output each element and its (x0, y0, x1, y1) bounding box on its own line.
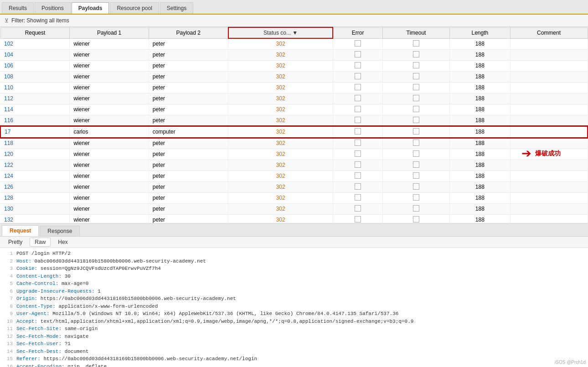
table-row[interactable]: 116wienerpeter302188 (0, 115, 588, 126)
tab-settings[interactable]: Settings (160, 2, 193, 14)
checkbox[interactable] (355, 161, 361, 168)
table-row[interactable]: 114wienerpeter302188 (0, 104, 588, 115)
bottom-tab-request[interactable]: Request (2, 225, 39, 236)
code-line: 2Host: 0abc006d03dd44318169b15800bb0006.… (4, 258, 584, 265)
table-row[interactable]: 118wienerpeter302188 (0, 138, 588, 149)
checkbox[interactable] (355, 73, 361, 79)
tab-payloads[interactable]: Payloads (72, 2, 109, 14)
bottom-tab-bar: Request Response (0, 224, 588, 237)
sub-tab-pretty[interactable]: Pretty (4, 238, 27, 246)
table-row[interactable]: 104wienerpeter302188 (0, 49, 588, 60)
tab-positions[interactable]: Positions (35, 2, 71, 14)
checkbox[interactable] (355, 216, 361, 222)
table-row[interactable]: 112wienerpeter302188 (0, 93, 588, 104)
checkbox[interactable] (413, 172, 419, 179)
table-row[interactable]: 17carloscomputer302188 (0, 126, 588, 138)
code-line: 4Content-Length: 30 (4, 273, 584, 280)
code-line: 3Cookie: session=QgNz9JCQVFsdUzcdTAP0Erw… (4, 265, 584, 273)
checkbox[interactable] (413, 161, 419, 168)
code-line: 15Referer: https://0abc006d03dd44318169b… (4, 355, 584, 363)
filter-text: Filter: Showing all items (11, 17, 69, 24)
col-status[interactable]: Status co... ▼ (228, 27, 333, 38)
table-row[interactable]: 124wienerpeter302188 (0, 171, 588, 181)
checkbox[interactable] (355, 205, 361, 212)
checkbox[interactable] (355, 183, 361, 190)
table-row[interactable]: 122wienerpeter302188 (0, 160, 588, 171)
checkbox[interactable] (413, 51, 419, 57)
results-table: Request Payload 1 Payload 2 Status co...… (0, 27, 588, 223)
col-comment[interactable]: Comment (510, 27, 588, 38)
col-error[interactable]: Error (333, 27, 382, 38)
col-payload2[interactable]: Payload 2 (149, 27, 228, 38)
checkbox[interactable] (355, 172, 361, 179)
table-row[interactable]: 106wienerpeter302188 (0, 60, 588, 71)
code-line: 14Sec-Fetch-Dest: document (4, 348, 584, 356)
checkbox[interactable] (355, 106, 361, 112)
checkbox[interactable] (355, 95, 361, 101)
code-line: 6Upgrade-Insecure-Requests: 1 (4, 288, 584, 295)
checkbox[interactable] (413, 140, 419, 146)
results-table-container: Request Payload 1 Payload 2 Status co...… (0, 27, 588, 223)
checkbox[interactable] (413, 150, 419, 157)
checkbox[interactable] (413, 40, 419, 47)
table-row[interactable]: 126wienerpeter302188 (0, 181, 588, 192)
table-row[interactable]: 102wienerpeter302188 (0, 38, 588, 49)
code-line: 13Sec-Fetch-User: ?1 (4, 340, 584, 348)
bottom-tab-response[interactable]: Response (40, 226, 80, 236)
code-area: 1POST /login HTTP/22Host: 0abc006d03dd44… (0, 248, 588, 367)
watermark: iSOS @Prch1d (555, 360, 586, 365)
sub-tab-raw[interactable]: Raw (30, 238, 51, 247)
sub-tab-hex[interactable]: Hex (53, 238, 72, 246)
checkbox[interactable] (413, 84, 419, 90)
checkbox[interactable] (413, 117, 419, 123)
table-row[interactable]: 110wienerpeter302188 (0, 82, 588, 93)
checkbox[interactable] (355, 40, 361, 47)
checkbox[interactable] (413, 73, 419, 79)
tab-resource-pool[interactable]: Resource pool (110, 2, 159, 14)
col-timeout[interactable]: Timeout (382, 27, 450, 38)
checkbox[interactable] (413, 216, 419, 222)
table-row[interactable]: 130wienerpeter302188 (0, 203, 588, 214)
code-line: 7Origin: https://0abc006d03dd44318169b15… (4, 295, 584, 303)
checkbox[interactable] (413, 128, 419, 134)
tab-results[interactable]: Results (2, 2, 34, 14)
checkbox[interactable] (355, 117, 361, 123)
table-row[interactable]: 120wienerpeter302188 (0, 149, 588, 160)
checkbox[interactable] (413, 95, 419, 101)
checkbox[interactable] (355, 51, 361, 57)
code-line: 12Sec-Fetch-Mode: navigate (4, 333, 584, 341)
code-line: 8Content-Type: application/x-www-form-ur… (4, 303, 584, 310)
code-line: 1POST /login HTTP/2 (4, 250, 584, 258)
checkbox[interactable] (355, 128, 361, 134)
col-length[interactable]: Length (450, 27, 510, 38)
code-line: 5Cache-Control: max-age=0 (4, 280, 584, 288)
code-line: 10Accept: text/html,application/xhtml+xm… (4, 318, 584, 326)
checkbox[interactable] (413, 62, 419, 68)
results-table-area[interactable]: Request Payload 1 Payload 2 Status co...… (0, 27, 588, 223)
checkbox[interactable] (355, 194, 361, 201)
checkbox[interactable] (355, 140, 361, 146)
table-row[interactable]: 132wienerpeter302188 (0, 214, 588, 223)
checkbox[interactable] (413, 183, 419, 190)
code-line: 11Sec-Fetch-Site: same-origin (4, 325, 584, 333)
checkbox[interactable] (355, 150, 361, 157)
top-tab-bar: Results Positions Payloads Resource pool… (0, 0, 588, 15)
code-line: 16Accept-Encoding: gzip, deflate (4, 363, 584, 367)
table-row[interactable]: 128wienerpeter302188 (0, 192, 588, 203)
code-line: 9User-Agent: Mozilla/5.0 (Windows NT 10.… (4, 310, 584, 318)
checkbox[interactable] (355, 84, 361, 90)
checkbox[interactable] (413, 205, 419, 212)
filter-bar: ⊻ Filter: Showing all items (0, 15, 588, 27)
sub-tab-bar: Pretty Raw Hex (0, 237, 588, 248)
checkbox[interactable] (413, 194, 419, 201)
table-row[interactable]: 108wienerpeter302188 (0, 71, 588, 82)
checkbox[interactable] (355, 62, 361, 68)
bottom-panel: Request Response Pretty Raw Hex 1POST /l… (0, 223, 588, 367)
filter-icon: ⊻ (5, 17, 9, 24)
col-payload1[interactable]: Payload 1 (70, 27, 149, 38)
col-request[interactable]: Request (0, 27, 70, 38)
checkbox[interactable] (413, 106, 419, 112)
